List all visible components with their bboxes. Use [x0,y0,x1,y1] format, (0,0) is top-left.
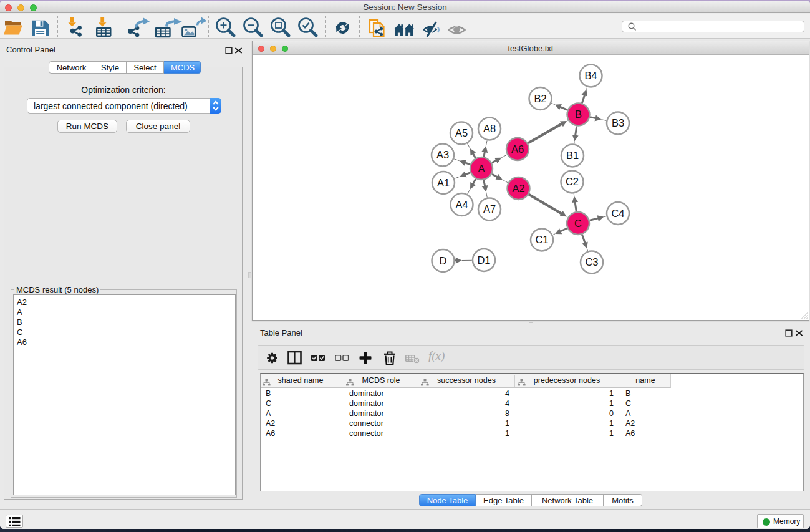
svg-text:A8: A8 [483,123,496,134]
svg-text:C4: C4 [611,208,624,219]
svg-text:A5: A5 [455,127,468,138]
svg-text:A4: A4 [455,199,468,210]
svg-text:A7: A7 [483,203,496,215]
svg-text:B: B [575,109,582,120]
svg-text:B2: B2 [534,93,546,104]
svg-text:B3: B3 [612,117,624,128]
svg-text:C1: C1 [535,234,548,245]
svg-text:B4: B4 [584,70,597,81]
svg-text:B1: B1 [566,150,579,161]
svg-text:D: D [440,255,447,266]
svg-text:D1: D1 [477,254,490,266]
svg-text:A1: A1 [437,177,450,188]
svg-text:A3: A3 [436,149,449,160]
svg-text:A: A [478,163,485,174]
svg-text:C2: C2 [566,176,579,187]
svg-text:C: C [574,218,582,229]
svg-text:C3: C3 [585,256,598,268]
svg-text:A6: A6 [511,143,524,155]
svg-text:A2: A2 [512,183,524,194]
